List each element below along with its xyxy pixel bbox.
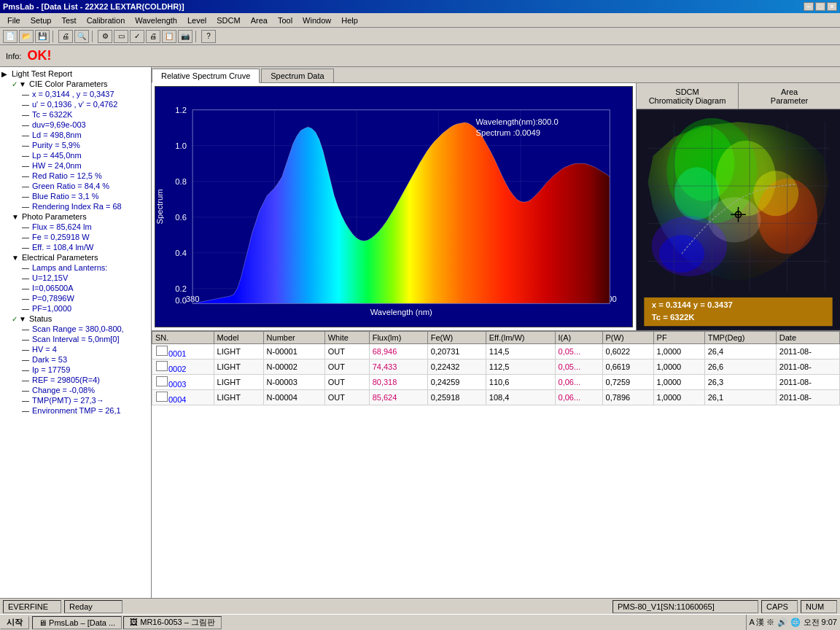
col-flux[interactable]: Flux(lm) bbox=[369, 332, 427, 344]
col-date[interactable]: Date bbox=[776, 332, 839, 344]
menu-calibration[interactable]: Calibration bbox=[82, 15, 130, 26]
data-table-container[interactable]: SN. Model Number White Flux(lm) Fe(W) Ef… bbox=[152, 331, 840, 598]
menu-setup[interactable]: Setup bbox=[26, 15, 56, 26]
toolbar-save[interactable]: 💾 bbox=[35, 30, 50, 43]
tree-label: I=0,06500A bbox=[32, 284, 74, 292]
menu-level[interactable]: Level bbox=[183, 15, 211, 26]
tree-item-4[interactable]: — Tc = 6322K bbox=[0, 109, 151, 120]
tree-item-19[interactable]: — Lamps and Lanterns: bbox=[0, 262, 151, 273]
tree-item-24[interactable]: ✓▼ Status bbox=[0, 314, 151, 324]
cell-white: OUT bbox=[324, 344, 369, 359]
col-model[interactable]: Model bbox=[214, 332, 263, 344]
taskbar-pmslab[interactable]: 🖥 PmsLab – [Data ... bbox=[32, 616, 122, 629]
col-p[interactable]: P(W) bbox=[602, 332, 653, 344]
tree-item-23[interactable]: — PF=1,0000 bbox=[0, 303, 151, 314]
menu-sdcm[interactable]: SDCM bbox=[212, 15, 244, 26]
tree-item-26[interactable]: — Scan Interval = 5,0nm[0] bbox=[0, 334, 151, 344]
tree-item-21[interactable]: — I=0,06500A bbox=[0, 283, 151, 293]
spectrum-chart[interactable]: 1.2 1.0 0.8 0.6 0.4 0.2 0.0 380 450 500 … bbox=[155, 86, 633, 327]
maximize-button[interactable]: □ bbox=[815, 2, 825, 11]
cell-tmp: 26,4 bbox=[704, 344, 776, 359]
toolbar-print[interactable]: 🖨 bbox=[58, 30, 73, 43]
cell-i: 0,05... bbox=[555, 344, 602, 359]
tree-item-11[interactable]: — Green Ratio = 84,4 % bbox=[0, 181, 151, 191]
tree-item-15[interactable]: — Flux = 85,624 lm bbox=[0, 222, 151, 232]
col-white[interactable]: White bbox=[324, 332, 369, 344]
menu-window[interactable]: Window bbox=[298, 15, 335, 26]
menu-file[interactable]: File bbox=[3, 15, 25, 26]
tree-item-28[interactable]: — Dark = 53 bbox=[0, 354, 151, 365]
toolbar-new[interactable]: 📄 bbox=[3, 30, 18, 43]
tree-item-18[interactable]: ▼ Electrical Parameters bbox=[0, 252, 151, 262]
cell-date: 2011-08- bbox=[776, 344, 839, 359]
area-header[interactable]: Area Parameter bbox=[739, 83, 840, 109]
toolbar-print2[interactable]: 🖨 bbox=[146, 30, 160, 43]
cell-flux: 80,318 bbox=[369, 375, 427, 390]
toolbar-rect[interactable]: ▭ bbox=[114, 30, 128, 43]
minimize-button[interactable]: − bbox=[804, 2, 814, 11]
tree-item-30[interactable]: — REF = 29805(R=4) bbox=[0, 375, 151, 385]
tree-item-17[interactable]: — Eff. = 108,4 lm/W bbox=[0, 242, 151, 252]
tree-item-16[interactable]: — Fe = 0,25918 W bbox=[0, 232, 151, 242]
title-bar-buttons[interactable]: − □ × bbox=[804, 2, 837, 11]
tree-item-31[interactable]: — Change = -0,08% bbox=[0, 385, 151, 395]
tree-item-27[interactable]: — HV = 4 bbox=[0, 344, 151, 354]
table-row[interactable]: 0004 LIGHT N-00004 OUT 85,624 0,25918 10… bbox=[152, 390, 840, 405]
tree-item-13[interactable]: — Rendering Index Ra = 68 bbox=[0, 201, 151, 211]
toolbar-sep3 bbox=[195, 31, 198, 42]
toolbar-check[interactable]: ✓ bbox=[130, 30, 144, 43]
col-fe[interactable]: Fe(W) bbox=[427, 332, 486, 344]
tree-label: Green Ratio = 84,4 % bbox=[32, 182, 109, 190]
tree-item-25[interactable]: — Scan Range = 380,0-800, bbox=[0, 324, 151, 334]
menu-area[interactable]: Area bbox=[246, 15, 272, 26]
tree-item-8[interactable]: — Lp = 445,0nm bbox=[0, 150, 151, 160]
tree-item-33[interactable]: — Environment TMP = 26,1 bbox=[0, 405, 151, 416]
tree-label: duv=9,69e-003 bbox=[32, 120, 86, 129]
tree-item-14[interactable]: ▼ Photo Parameters bbox=[0, 211, 151, 222]
table-row[interactable]: 0003 LIGHT N-00003 OUT 80,318 0,24259 11… bbox=[152, 375, 840, 390]
toolbar-open[interactable]: 📂 bbox=[19, 30, 34, 43]
col-i[interactable]: I(A) bbox=[555, 332, 602, 344]
menu-help[interactable]: Help bbox=[337, 15, 362, 26]
toolbar-help[interactable]: ? bbox=[201, 30, 216, 43]
tree-expand-icon: — bbox=[22, 90, 32, 98]
tree-item-20[interactable]: — U=12,15V bbox=[0, 273, 151, 283]
tree-label: Scan Interval = 5,0nm[0] bbox=[32, 335, 120, 343]
toolbar-screenshot[interactable]: 📷 bbox=[178, 30, 192, 43]
tree-expand-icon: — bbox=[22, 223, 32, 231]
col-eff[interactable]: Eff.(lm/W) bbox=[486, 332, 555, 344]
menu-tool[interactable]: Tool bbox=[273, 15, 297, 26]
tree-item-3[interactable]: — u' = 0,1936 , v' = 0,4762 bbox=[0, 99, 151, 109]
tab-spectrum-data[interactable]: Spectrum Data bbox=[261, 69, 333, 82]
toolbar-copy[interactable]: 📋 bbox=[162, 30, 176, 43]
tree-item-7[interactable]: — Purity = 5,9% bbox=[0, 140, 151, 150]
sdcm-header[interactable]: SDCM Chromaticity Diagram bbox=[637, 83, 739, 109]
toolbar-preview[interactable]: 🔍 bbox=[74, 30, 89, 43]
close-button[interactable]: × bbox=[827, 2, 837, 11]
start-button[interactable]: 시작 bbox=[0, 616, 29, 629]
table-row[interactable]: 0001 LIGHT N-00001 OUT 68,946 0,20731 11… bbox=[152, 344, 840, 359]
tree-item-9[interactable]: — HW = 24,0nm bbox=[0, 160, 151, 171]
tree-item-5[interactable]: — duv=9,69e-003 bbox=[0, 120, 151, 130]
tree-item-10[interactable]: — Red Ratio = 12,5 % bbox=[0, 171, 151, 181]
menu-test[interactable]: Test bbox=[57, 15, 80, 26]
col-pf[interactable]: PF bbox=[653, 332, 704, 344]
tree-item-6[interactable]: — Ld = 498,8nm bbox=[0, 130, 151, 140]
table-row[interactable]: 0002 LIGHT N-00002 OUT 74,433 0,22432 11… bbox=[152, 359, 840, 375]
col-tmp[interactable]: TMP(Deg) bbox=[704, 332, 776, 344]
col-sn[interactable]: SN. bbox=[152, 332, 214, 344]
col-number[interactable]: Number bbox=[263, 332, 324, 344]
tree-item-32[interactable]: — TMP(PMT) = 27,3→ bbox=[0, 395, 151, 405]
tree-expand-icon: — bbox=[22, 284, 32, 292]
device-label: PMS-80_V1[SN:11060065] bbox=[618, 602, 715, 611]
tree-item-2[interactable]: — x = 0,3144 , y = 0,3437 bbox=[0, 89, 151, 99]
taskbar-paint[interactable]: 🖼 MR16-0053 – 그림판 bbox=[123, 616, 222, 629]
tree-item-12[interactable]: — Blue Ratio = 3,1 % bbox=[0, 191, 151, 201]
tree-item-1[interactable]: ✓▼ CIE Color Parameters bbox=[0, 79, 151, 89]
tree-item-22[interactable]: — P=0,7896W bbox=[0, 293, 151, 303]
tree-item-0[interactable]: ▶ Light Test Report bbox=[0, 69, 151, 79]
tab-relative-spectrum[interactable]: Relative Spectrum Cruve bbox=[152, 69, 260, 83]
menu-wavelength[interactable]: Wavelength bbox=[131, 15, 182, 26]
toolbar-settings[interactable]: ⚙ bbox=[98, 30, 112, 43]
tree-item-29[interactable]: — Ip = 17759 bbox=[0, 365, 151, 375]
